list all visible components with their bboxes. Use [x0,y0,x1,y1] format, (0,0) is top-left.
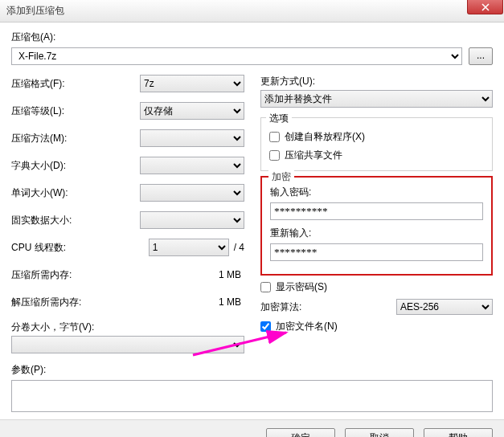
sfx-label: 创建自释放程序(X) [285,130,365,144]
format-select[interactable]: 7z [140,75,244,92]
password2-input[interactable] [270,243,483,261]
solid-label: 固实数据大小: [11,214,132,227]
password-label: 输入密码: [270,186,483,199]
encryption-legend: 加密 [268,170,294,184]
method-label: 压缩方法(M): [11,132,132,145]
dict-select[interactable] [140,157,244,174]
solid-select[interactable] [140,211,244,229]
algo-select[interactable]: AES-256 [396,299,493,315]
update-label: 更新方式(U): [260,75,493,88]
button-bar: 确定 取消 帮助 [0,419,504,437]
browse-button[interactable]: ... [469,47,493,65]
left-column: 压缩格式(F): 7z 压缩等级(L): 仅存储 压缩方法(M): 字典大小(D… [11,75,244,358]
mem-decomp-label: 解压缩所需内存: [11,296,132,309]
window-title: 添加到压缩包 [3,4,64,18]
shared-label: 压缩共享文件 [285,149,342,162]
help-button[interactable]: 帮助 [424,428,493,437]
method-select[interactable] [140,129,244,147]
mem-decomp-value: 1 MB [140,296,244,308]
cpu-select[interactable]: 1 [149,239,229,256]
split-label: 分卷大小，字节(V): [11,321,244,334]
show-password-checkbox[interactable] [260,282,271,292]
algo-label: 加密算法: [260,300,396,314]
archive-label: 压缩包(A): [11,31,493,44]
ok-button[interactable]: 确定 [266,428,335,437]
params-input[interactable] [11,380,493,412]
format-label: 压缩格式(F): [11,77,132,91]
word-label: 单词大小(W): [11,186,132,200]
title-bar: 添加到压缩包 [0,0,504,22]
dict-label: 字典大小(D): [11,159,132,173]
level-label: 压缩等级(L): [11,104,132,118]
level-select[interactable]: 仅存储 [140,102,244,120]
right-column: 更新方式(U): 添加并替换文件 选项 创建自释放程序(X) 压缩共享文件 加密 [260,75,493,358]
cancel-button[interactable]: 取消 [345,428,414,437]
password2-label: 重新输入: [270,227,483,240]
encryption-fieldset: 加密 输入密码: 重新输入: [260,176,493,276]
mem-comp-value: 1 MB [140,269,244,280]
split-select[interactable] [11,336,244,353]
options-legend: 选项 [266,112,292,125]
mem-comp-label: 压缩所需内存: [11,268,132,282]
sfx-checkbox[interactable] [269,132,280,142]
params-label: 参数(P): [11,363,493,377]
archive-name-select[interactable]: X-File.7z [11,47,462,65]
password-input[interactable] [270,202,483,220]
close-button[interactable] [467,0,503,14]
options-fieldset: 选项 创建自释放程序(X) 压缩共享文件 [260,117,493,171]
shared-checkbox[interactable] [269,150,280,161]
dialog-body: 压缩包(A): X-File.7z ... 压缩格式(F): 7z 压缩等级(L… [0,22,504,419]
encrypt-names-label: 加密文件名(N) [276,320,338,333]
word-select[interactable] [140,184,244,202]
update-select[interactable]: 添加并替换文件 [260,90,493,108]
cpu-label: CPU 线程数: [11,241,132,255]
show-password-label: 显示密码(S) [276,280,327,294]
cpu-total: / 4 [234,242,244,253]
encrypt-names-checkbox[interactable] [260,321,271,332]
